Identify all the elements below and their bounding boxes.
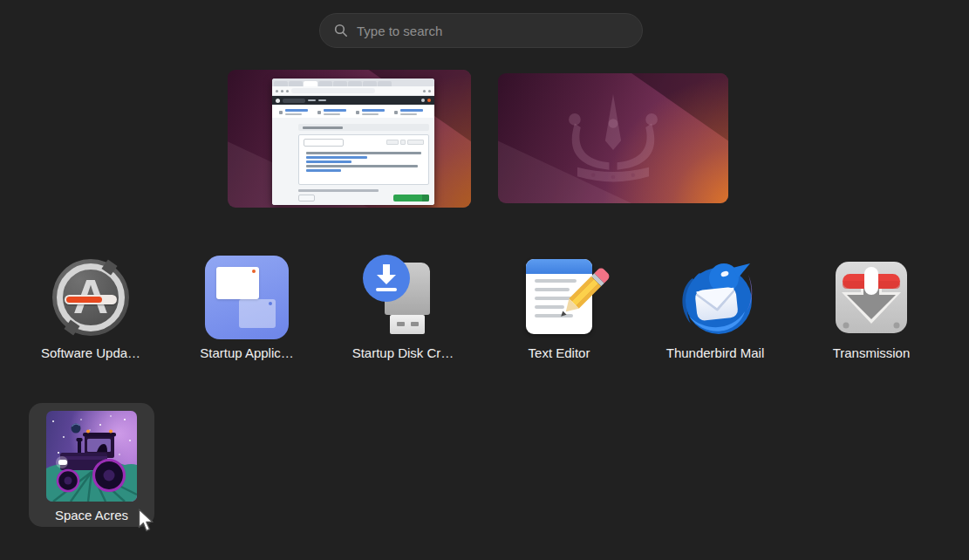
mouse-cursor [138, 509, 157, 535]
site-header [272, 96, 434, 105]
page-secondary-button [298, 195, 315, 201]
transmission-icon [829, 256, 913, 339]
software-updater-icon: A [49, 256, 133, 339]
thunderbird-mail-icon [673, 256, 757, 339]
browser-window-thumbnail[interactable] [272, 79, 434, 205]
gnome-activities-overview: Type to search [0, 0, 969, 560]
app-tile-transmission[interactable]: Transmission [809, 256, 934, 360]
app-label: Space Acres [55, 508, 128, 522]
browser-tab-strip [272, 79, 434, 86]
app-tile-text-editor[interactable]: Text Editor [496, 256, 622, 360]
app-label: Startup Disk Cr… [352, 345, 454, 360]
search-icon [334, 24, 348, 38]
app-tile-space-acres[interactable]: Space Acres [29, 403, 154, 527]
app-tile-software-updater[interactable]: A Software Upda… [28, 256, 154, 360]
browser-url-bar [272, 86, 434, 96]
space-acres-icon [46, 411, 137, 502]
workspace-thumbnail-1[interactable] [228, 70, 471, 208]
page-primary-button [393, 195, 429, 201]
workspace-thumbnail-2[interactable] [498, 73, 728, 203]
app-tile-startup-applications[interactable]: Startup Applic… [184, 256, 310, 360]
startup-applications-icon [205, 256, 289, 339]
ubuntu-crown-watermark [540, 89, 686, 188]
app-label: Software Upda… [41, 345, 140, 360]
app-tile-startup-disk-creator[interactable]: Startup Disk Cr… [340, 256, 466, 360]
app-tile-thunderbird[interactable]: Thunderbird Mail [652, 256, 778, 360]
app-label: Text Editor [529, 345, 590, 360]
text-editor-icon [517, 256, 601, 339]
app-label: Thunderbird Mail [666, 345, 765, 360]
search-input[interactable]: Type to search [319, 13, 643, 48]
search-placeholder: Type to search [357, 24, 442, 38]
app-label: Transmission [833, 345, 911, 360]
startup-disk-creator-icon [361, 256, 445, 339]
site-page-body [272, 118, 434, 205]
app-label: Startup Applic… [200, 345, 294, 360]
